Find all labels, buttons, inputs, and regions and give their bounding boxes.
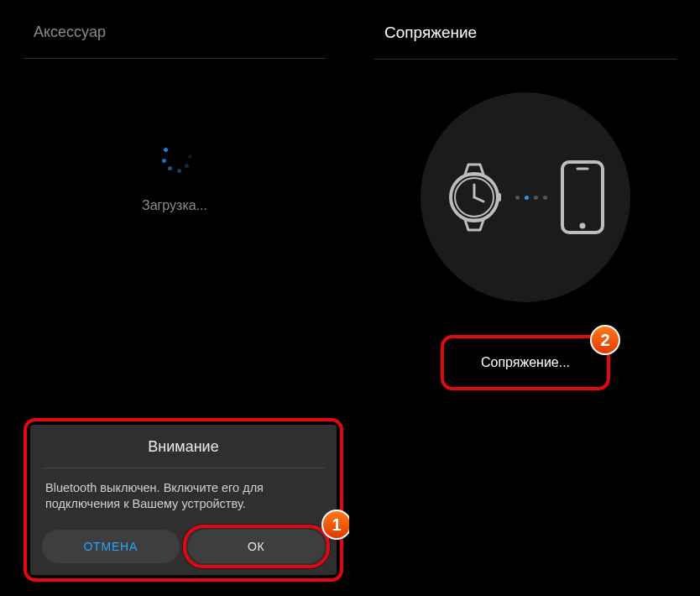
pairing-dots-icon: [515, 196, 547, 200]
right-title: Сопряжение: [384, 24, 666, 42]
svg-rect-4: [497, 193, 501, 201]
right-pane: Сопряжение Сопряжение...: [351, 0, 700, 596]
pair-button[interactable]: Сопряжение...: [459, 347, 592, 379]
svg-point-7: [580, 223, 586, 229]
bluetooth-dialog: Внимание Bluetooth выключен. Включите ег…: [30, 425, 337, 575]
left-title: Аксессуар: [34, 24, 316, 41]
left-pane: Аксессуар Загрузка... Внимание Bluetooth…: [0, 0, 349, 596]
dialog-message: Bluetooth выключен. Включите его для под…: [30, 468, 337, 525]
dialog-actions: ОТМЕНА ОК: [30, 525, 337, 575]
ok-button[interactable]: ОК: [188, 530, 326, 563]
step-badge-2: 2: [590, 325, 620, 355]
right-divider: [374, 59, 676, 60]
left-header: Аксессуар: [0, 0, 349, 58]
loading-label: Загрузка...: [142, 198, 207, 213]
pairing-graphic: [421, 92, 630, 302]
dialog-title: Внимание: [30, 425, 337, 468]
watch-icon: [445, 159, 504, 235]
loading-spinner-icon: [154, 134, 195, 175]
svg-rect-5: [562, 162, 603, 233]
right-header: Сопряжение: [351, 0, 700, 59]
pair-button-wrap: Сопряжение... 2: [459, 347, 592, 379]
loading-area: Загрузка...: [0, 134, 349, 213]
bluetooth-dialog-wrap: Внимание Bluetooth выключен. Включите ег…: [30, 425, 337, 575]
cancel-button[interactable]: ОТМЕНА: [42, 530, 180, 563]
svg-line-3: [474, 197, 483, 201]
left-divider: [24, 58, 326, 59]
phone-icon: [559, 159, 606, 236]
